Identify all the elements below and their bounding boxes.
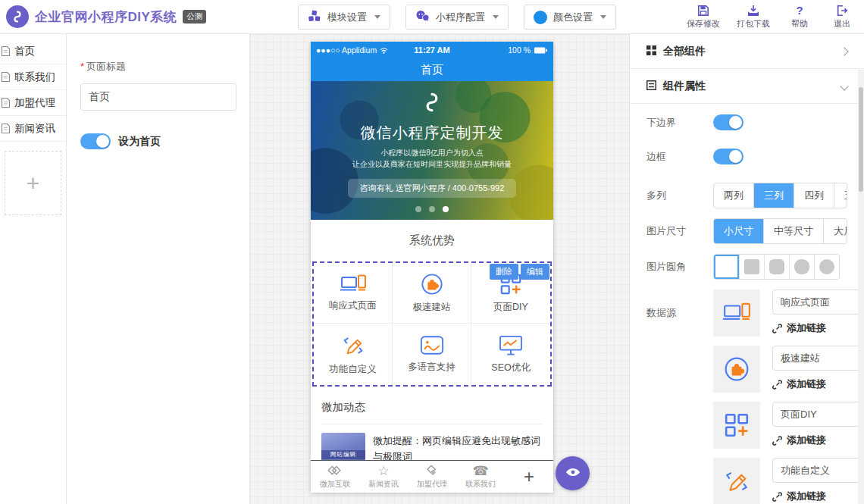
panel-scrollbar[interactable] <box>858 70 864 504</box>
component-props-header[interactable]: 组件属性 <box>630 69 864 104</box>
grid-item-label: SEO优化 <box>491 362 530 374</box>
grid-item-seo[interactable]: SEO优化 <box>471 324 550 385</box>
radius-option-medium[interactable] <box>764 255 789 279</box>
radius-option-none-selected[interactable] <box>714 255 739 279</box>
add-link-button[interactable]: 添加链接 <box>772 434 864 447</box>
tab-label: 联系我们 <box>465 479 496 490</box>
phone-nav-bar: 首页 <box>311 58 553 81</box>
edit-component-button[interactable]: 编辑 <box>521 264 549 280</box>
size-option-large[interactable]: 大尺寸 <box>823 219 847 243</box>
chevron-down-icon <box>600 15 606 19</box>
page-icon <box>1 45 11 57</box>
fast-build-icon <box>421 273 443 296</box>
battery-icon <box>534 47 548 54</box>
tab-label: 微加互联 <box>320 479 350 490</box>
datasource-title-input[interactable] <box>772 402 864 427</box>
tab-agent[interactable]: 加盟代理 <box>408 461 456 493</box>
datasource-row: 数据源 添加链接 <box>646 290 847 504</box>
selected-component-outline[interactable]: 删除 编辑 响应式页面 极速建站 页面DIY 功能自定义 <box>312 261 552 387</box>
grid-item-fast-build[interactable]: 极速建站 <box>393 263 471 324</box>
columns-option-2[interactable]: 两列 <box>714 183 753 208</box>
sidebar-item-agent[interactable]: 加盟代理 <box>0 90 66 116</box>
carousel-dots <box>311 206 553 212</box>
component-props-label: 组件属性 <box>663 80 706 93</box>
wechat-icon <box>415 10 430 24</box>
chevron-down-icon <box>493 15 499 19</box>
carrier-text: ●●●○○ Applidium <box>316 45 377 55</box>
app-title: 企业官网小程序DIY系统 <box>35 8 177 26</box>
banner-slide[interactable]: 微信小程序定制开发 小程序以微信8亿用户为切入点 让企业以及商家在短时间里实现提… <box>311 81 553 220</box>
news-section-title: 微加动态 <box>321 391 543 424</box>
datasource-title-input[interactable] <box>772 290 864 315</box>
download-button[interactable]: 打包下载 <box>737 4 770 30</box>
carousel-dot-active[interactable] <box>443 206 449 212</box>
banner-cta-button[interactable]: 咨询有礼 送官网小程序 / 400-0755-992 <box>348 179 517 198</box>
border-row: 边框 <box>646 149 847 164</box>
all-components-header[interactable]: 全部组件 <box>630 34 864 69</box>
sidebar-item-label: 加盟代理 <box>14 96 55 110</box>
delete-component-button[interactable]: 删除 <box>490 264 518 280</box>
header-actions: 保存修改 打包下载 ? 帮助 退出 <box>687 4 855 30</box>
tab-weijia[interactable]: 微加互联 <box>311 461 359 493</box>
beta-badge: 公测 <box>183 10 206 23</box>
size-option-small-active[interactable]: 小尺寸 <box>714 219 763 243</box>
news-list-item[interactable]: 网站编辑 微加提醒：网页编辑应避免出现敏感词与极限词 <box>311 424 553 465</box>
tab-news[interactable]: ☆ 新闻资讯 <box>359 461 408 493</box>
all-components-label: 全部组件 <box>663 45 706 58</box>
datasource-item: 添加链接 <box>713 346 864 393</box>
set-home-toggle[interactable] <box>80 133 111 149</box>
tab-contact[interactable]: ☎ 联系我们 <box>456 461 505 493</box>
custom-function-icon <box>341 333 365 358</box>
radius-option-circle[interactable] <box>814 255 839 279</box>
add-link-button[interactable]: 添加链接 <box>772 321 864 335</box>
add-link-button[interactable]: 添加链接 <box>772 490 864 503</box>
phone-nav-title: 首页 <box>421 63 443 77</box>
scrollbar-thumb[interactable] <box>859 87 863 192</box>
save-button[interactable]: 保存修改 <box>687 4 720 30</box>
sidebar-item-contact[interactable]: 联系我们 <box>0 64 66 90</box>
image-radius-label: 图片圆角 <box>646 260 713 274</box>
preview-button[interactable] <box>556 456 590 490</box>
grid-item-responsive[interactable]: 响应式页面 <box>314 263 393 324</box>
link-icon <box>772 380 782 390</box>
grid-item-multilanguage[interactable]: 多语言支持 <box>393 324 471 385</box>
tab-label: 加盟代理 <box>417 479 447 490</box>
add-page-button[interactable]: + <box>5 151 61 215</box>
miniprogram-config-button[interactable]: 小程序配置 <box>405 5 509 30</box>
banner-title: 微信小程序定制开发 <box>311 123 553 143</box>
border-toggle[interactable] <box>713 149 743 164</box>
grid-item-custom-function[interactable]: 功能自定义 <box>314 324 393 385</box>
datasource-title-input[interactable] <box>772 458 864 483</box>
sidebar-item-label: 新闻资讯 <box>14 122 55 136</box>
sidebar-item-news[interactable]: 新闻资讯 <box>0 116 66 142</box>
border-label: 边框 <box>646 150 713 164</box>
radius-option-large[interactable] <box>789 255 814 279</box>
columns-option-4[interactable]: 四列 <box>794 183 834 208</box>
radius-option-small[interactable] <box>739 255 764 279</box>
pages-sidebar: 首页 联系我们 加盟代理 新闻资讯 + <box>0 34 67 504</box>
columns-option-3-active[interactable]: 三列 <box>753 183 794 208</box>
banner-subtitle: 小程序以微信8亿用户为切入点 让企业以及商家在短时间里实现提升品牌和销量 <box>311 148 553 170</box>
page-title-input[interactable] <box>80 83 236 111</box>
columns-row: 多列 两列 三列 四列 五列 <box>646 183 847 208</box>
tabbar-add-button[interactable]: + <box>505 461 553 493</box>
sidebar-item-home[interactable]: 首页 <box>0 39 66 64</box>
size-option-medium[interactable]: 中等尺寸 <box>763 219 823 243</box>
inspector-content: 下边界 边框 多列 两列 三列 四列 五列 图片尺寸 小尺寸 中等尺寸 大尺寸 <box>630 104 864 504</box>
sidebar-item-label: 首页 <box>14 45 35 58</box>
bottom-border-toggle[interactable] <box>713 114 743 130</box>
add-link-label: 添加链接 <box>787 321 826 335</box>
columns-option-5[interactable]: 五列 <box>834 183 847 208</box>
datasource-title-input[interactable] <box>772 346 864 371</box>
carousel-dot[interactable] <box>415 206 421 212</box>
phone-status-bar: ●●●○○ Applidium 11:27 AM 100 % <box>311 42 553 58</box>
page-title-label: 页面标题 <box>86 61 126 72</box>
help-button[interactable]: ? 帮助 <box>787 4 812 30</box>
bottom-border-label: 下边界 <box>646 116 713 130</box>
color-settings-button[interactable]: 颜色设置 <box>524 5 616 30</box>
module-settings-button[interactable]: 模块设置 <box>298 5 390 30</box>
carousel-dot[interactable] <box>429 206 435 212</box>
add-link-button[interactable]: 添加链接 <box>772 377 864 391</box>
responsive-page-icon <box>713 290 760 337</box>
exit-button[interactable]: 退出 <box>829 4 855 30</box>
